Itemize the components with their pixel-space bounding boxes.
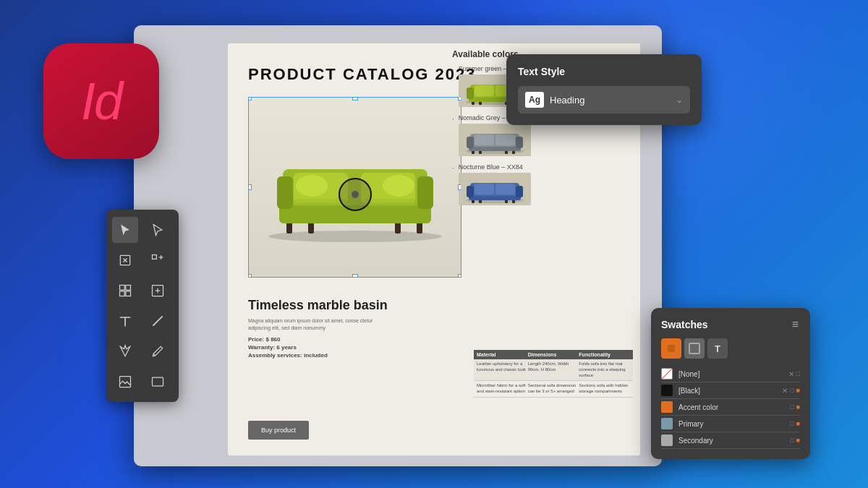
swatches-menu-icon[interactable]: ≡ xyxy=(792,318,800,331)
product-table: Material Dimensions Functionality Leathe… xyxy=(474,350,633,398)
swatch-square-none: □ xyxy=(796,370,800,378)
text-style-panel-title: Text Style xyxy=(518,66,690,77)
svg-rect-49 xyxy=(475,134,494,145)
svg-rect-2 xyxy=(120,286,125,291)
color-swatch-3 xyxy=(459,173,531,205)
frame-image-tool[interactable] xyxy=(112,369,138,395)
swatch-color-indicator-primary: ■ xyxy=(796,420,800,427)
swatch-fill-icon[interactable] xyxy=(661,338,681,359)
swatch-actions-primary: □ ■ xyxy=(790,420,800,427)
svg-rect-1 xyxy=(153,255,157,260)
buy-button[interactable]: Buy product xyxy=(248,421,309,440)
pencil-tool[interactable] xyxy=(145,338,171,364)
arrow-select-tool[interactable] xyxy=(112,217,138,243)
direct-select-tool[interactable] xyxy=(145,217,171,243)
color-bullet-2: · xyxy=(452,115,454,123)
swatches-panel: Swatches ≡ T [None] ✕ □ [Black] ✕ □ ■ Ac… xyxy=(651,308,810,459)
frame-expand-tool[interactable] xyxy=(145,278,171,304)
swatch-label-accent: Accent color xyxy=(678,403,784,411)
table-cell-2-1: Microfiber fabric for a soft and stain-r… xyxy=(477,383,528,395)
swatch-stroke-icon[interactable] xyxy=(684,338,705,359)
svg-rect-4 xyxy=(120,291,125,296)
style-dropdown[interactable]: Ag Heading ⌄ xyxy=(518,86,690,114)
svg-point-21 xyxy=(296,175,328,197)
product-desc: Magna aliquam orum ipsum dolor sit amet,… xyxy=(248,317,393,332)
svg-rect-35 xyxy=(467,87,474,99)
swatch-square-secondary: □ xyxy=(790,437,793,444)
swatch-row-primary: Primary □ ■ xyxy=(661,416,800,432)
catalog-main: Available colors · Summer green – XX85 xyxy=(248,97,620,288)
table-header: Material Dimensions Functionality xyxy=(474,350,633,359)
sofa-svg xyxy=(254,129,456,245)
swatch-color-indicator-secondary: ■ xyxy=(796,437,800,444)
swatch-text-icon[interactable]: T xyxy=(707,338,728,359)
swatch-label-secondary: Secondary xyxy=(678,437,784,445)
handle-tc[interactable] xyxy=(352,97,358,100)
svg-rect-18 xyxy=(417,176,433,209)
table-cell-1-2: Length 240cm, Width 90cm, H 80cm xyxy=(528,361,579,378)
table-row-1: Leather upholstery for a luxurious and c… xyxy=(474,359,633,381)
swatch-label-none: [None] xyxy=(678,370,783,378)
rectangle-tool[interactable] xyxy=(145,369,171,395)
product-price: Price: $ 860 xyxy=(248,336,620,343)
handle-bc[interactable] xyxy=(352,274,358,278)
table-header-dimensions: Dimensions xyxy=(528,352,579,357)
svg-rect-48 xyxy=(516,137,523,148)
table-cell-1-1: Leather upholstery for a luxurious and c… xyxy=(477,361,528,378)
svg-rect-9 xyxy=(153,377,163,386)
swatch-color-primary xyxy=(661,418,673,429)
svg-rect-3 xyxy=(126,286,131,291)
swatch-actions-secondary: □ ■ xyxy=(790,437,800,444)
swatch-color-accent xyxy=(661,401,673,413)
svg-rect-50 xyxy=(495,134,515,145)
swatch-actions-accent: □ ■ xyxy=(790,403,800,411)
handle-ml[interactable] xyxy=(248,184,252,190)
table-cell-1-3: Folds sofa into flat mat connects into a… xyxy=(579,361,630,378)
svg-rect-5 xyxy=(126,291,131,296)
svg-rect-23 xyxy=(294,199,346,206)
svg-point-22 xyxy=(383,175,414,197)
logo-text: Id xyxy=(81,75,122,127)
frame-select-tool[interactable] xyxy=(112,247,138,273)
image-selection-box[interactable] xyxy=(248,97,461,278)
svg-rect-47 xyxy=(467,137,474,148)
swatch-cross-black: ✕ xyxy=(782,387,788,395)
line-tool[interactable] xyxy=(145,308,171,334)
pen-tool[interactable] xyxy=(112,338,138,364)
table-header-material: Material xyxy=(477,352,528,357)
svg-rect-8 xyxy=(120,377,131,388)
handle-bl[interactable] xyxy=(248,274,252,278)
toolbar xyxy=(106,210,179,402)
swatch-row-none: [None] ✕ □ xyxy=(661,366,800,382)
frame-transform-tool[interactable] xyxy=(145,247,171,273)
text-tool[interactable] xyxy=(112,308,138,334)
dropdown-arrow-icon: ⌄ xyxy=(676,95,683,105)
svg-point-26 xyxy=(352,191,359,198)
color-item-3: · Nocturne Blue – XX84 xyxy=(452,163,611,205)
swatch-color-indicator-accent: ■ xyxy=(796,403,800,411)
handle-br[interactable] xyxy=(458,274,461,278)
product-image-container xyxy=(248,97,461,288)
color-label-3: Nocturne Blue – XX84 xyxy=(459,163,531,171)
product-name: Timeless marble basin xyxy=(248,298,620,313)
swatch-color-black xyxy=(661,385,673,396)
ag-badge: Ag xyxy=(525,92,544,108)
svg-rect-17 xyxy=(277,176,293,209)
swatch-square-primary: □ xyxy=(790,420,793,427)
svg-rect-62 xyxy=(495,184,515,194)
swatch-actions-black: ✕ □ ■ xyxy=(782,387,800,395)
table-row-2: Microfiber fabric for a soft and stain-r… xyxy=(474,381,633,398)
svg-line-7 xyxy=(153,316,162,325)
swatch-row-black: [Black] ✕ □ ■ xyxy=(661,382,800,399)
frame-grid-tool[interactable] xyxy=(112,278,138,304)
table-cell-2-2: Sectional sofa dimension can be 3 or 5+ … xyxy=(528,383,579,395)
table-cell-2-3: Sections sofa with hidden storage compar… xyxy=(579,383,630,395)
swatches-type-icons: T xyxy=(661,338,800,359)
swatches-header: Swatches ≡ xyxy=(661,318,800,331)
svg-rect-37 xyxy=(475,85,494,96)
handle-tl[interactable] xyxy=(248,97,252,100)
swatch-row-secondary: Secondary □ ■ xyxy=(661,432,800,449)
swatch-cross-none: ✕ xyxy=(788,370,794,378)
swatch-label-primary: Primary xyxy=(678,420,784,428)
table-header-functionality: Functionality xyxy=(579,352,630,357)
